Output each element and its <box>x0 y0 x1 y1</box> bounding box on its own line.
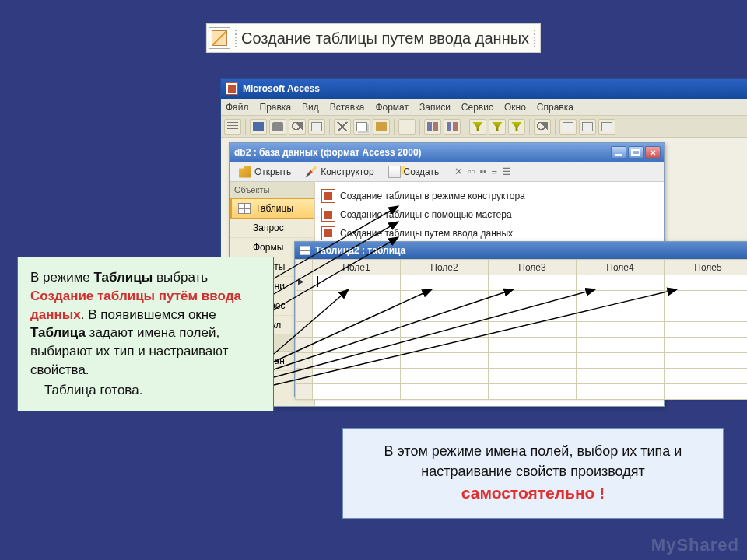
print-button[interactable] <box>269 119 286 135</box>
cell[interactable] <box>577 353 665 369</box>
minimize-button[interactable] <box>611 146 626 159</box>
view-button[interactable] <box>224 119 241 135</box>
datasheet-grid[interactable]: Поле1 Поле2 Поле3 Поле4 Поле5 <box>295 259 747 400</box>
cell[interactable] <box>665 338 748 353</box>
maximize-button[interactable] <box>628 146 644 159</box>
find-button[interactable] <box>534 119 551 135</box>
cut-button[interactable] <box>334 119 351 135</box>
delete-icon[interactable]: ✕ <box>454 166 463 177</box>
row-selector[interactable] <box>296 306 313 322</box>
cell[interactable] <box>577 338 665 353</box>
relations-button[interactable] <box>598 119 615 135</box>
menubar[interactable]: Файл Правка Вид Вставка Формат Записи Се… <box>221 99 747 116</box>
sidebar-item-queries[interactable]: Запрос <box>230 219 314 238</box>
cell[interactable] <box>401 384 489 400</box>
cell[interactable] <box>313 291 401 306</box>
col-header-2[interactable]: Поле2 <box>401 260 489 275</box>
cell[interactable] <box>665 291 748 306</box>
cell[interactable] <box>401 353 489 369</box>
cell[interactable] <box>313 306 401 322</box>
cell[interactable] <box>489 275 577 291</box>
row-selector-current[interactable] <box>296 275 313 291</box>
cell[interactable] <box>489 353 577 369</box>
preview-button[interactable] <box>289 119 306 135</box>
cell[interactable] <box>577 369 665 384</box>
cell[interactable] <box>401 322 489 338</box>
toolbar-sep <box>555 119 556 135</box>
sort-desc-button[interactable] <box>444 119 461 135</box>
filter-form-button[interactable] <box>489 119 506 135</box>
row-selector[interactable] <box>296 369 313 384</box>
row-selector[interactable] <box>296 384 313 400</box>
new-button[interactable]: Создать <box>384 164 444 180</box>
cell[interactable] <box>489 306 577 322</box>
filter-sel-button[interactable] <box>469 119 486 135</box>
row-selector[interactable] <box>296 291 313 306</box>
menu-window[interactable]: Окно <box>504 102 526 113</box>
toggle-filter-button[interactable] <box>508 119 525 135</box>
undo-button[interactable] <box>398 119 416 135</box>
details-icon[interactable]: ☰ <box>502 166 511 177</box>
sidebar-item-tables[interactable]: Таблицы <box>230 198 314 219</box>
sort-asc-button[interactable] <box>424 119 441 135</box>
cell[interactable] <box>313 353 401 369</box>
cell[interactable] <box>401 306 489 322</box>
cell[interactable] <box>665 275 748 291</box>
db-window-button[interactable] <box>579 119 596 135</box>
cell[interactable] <box>313 338 401 353</box>
row-selector[interactable] <box>296 353 313 369</box>
cell[interactable] <box>401 275 489 291</box>
menu-insert[interactable]: Вставка <box>330 102 365 113</box>
col-header-4[interactable]: Поле4 <box>577 260 665 275</box>
menu-view[interactable]: Вид <box>302 102 319 113</box>
small-icons-icon[interactable]: ▪▪ <box>479 166 486 177</box>
cell[interactable] <box>489 291 577 306</box>
menu-edit[interactable]: Правка <box>260 102 292 113</box>
cell[interactable] <box>665 322 748 338</box>
large-icons-icon[interactable]: ▫▫ <box>468 166 475 177</box>
cell[interactable] <box>577 306 665 322</box>
open-button[interactable]: Открыть <box>234 164 296 180</box>
save-button[interactable] <box>250 119 267 135</box>
cell[interactable] <box>577 275 665 291</box>
menu-help[interactable]: Справка <box>537 102 573 113</box>
menu-service[interactable]: Сервис <box>461 102 493 113</box>
paste-button[interactable] <box>373 119 390 135</box>
cell[interactable] <box>401 291 489 306</box>
cell[interactable] <box>401 338 489 353</box>
menu-format[interactable]: Формат <box>375 102 409 113</box>
cell[interactable] <box>665 306 748 322</box>
cell[interactable] <box>313 322 401 338</box>
cell[interactable] <box>313 369 401 384</box>
cell[interactable] <box>577 384 665 400</box>
list-item-create-design[interactable]: Создание таблицы в режиме конструктора <box>318 187 661 205</box>
cell[interactable] <box>489 384 577 400</box>
cell[interactable] <box>577 322 665 338</box>
cell[interactable] <box>665 353 748 369</box>
row-selector[interactable] <box>296 338 313 353</box>
spell-button[interactable] <box>308 119 325 135</box>
col-header-5[interactable]: Поле5 <box>665 260 748 275</box>
cell[interactable] <box>665 369 748 384</box>
cell[interactable] <box>665 384 748 400</box>
cell[interactable] <box>313 384 401 400</box>
design-button[interactable]: Конструктор <box>300 164 378 180</box>
col-header-3[interactable]: Поле3 <box>489 260 577 275</box>
copy-button[interactable] <box>353 119 370 135</box>
list-item-create-wizard[interactable]: Создание таблицы с помощью мастера <box>318 205 661 224</box>
cell[interactable] <box>577 291 665 306</box>
col-header-1[interactable]: Поле1 <box>313 260 401 275</box>
cell-edit[interactable] <box>313 275 401 291</box>
new-record-button[interactable] <box>559 119 577 135</box>
list-item-create-entry[interactable]: Создание таблицы путем ввода данных <box>318 224 661 243</box>
menu-file[interactable]: Файл <box>226 102 249 113</box>
cell[interactable] <box>489 338 577 353</box>
close-button[interactable] <box>645 146 661 159</box>
row-selector[interactable] <box>296 322 313 338</box>
corner-cell[interactable] <box>296 260 313 275</box>
cell[interactable] <box>489 322 577 338</box>
menu-records[interactable]: Записи <box>419 102 451 113</box>
cell[interactable] <box>401 369 489 384</box>
list-icon[interactable]: ≡ <box>492 166 498 177</box>
cell[interactable] <box>489 369 577 384</box>
